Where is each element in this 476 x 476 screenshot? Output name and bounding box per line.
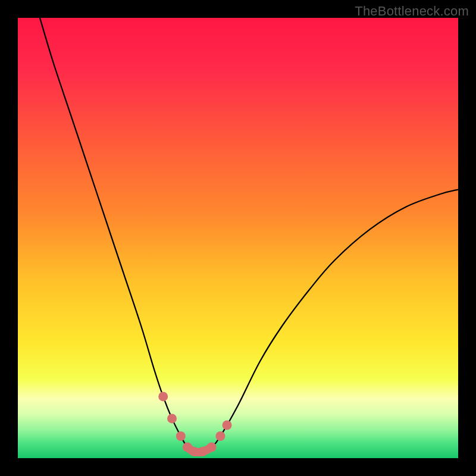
target-marker: [158, 392, 168, 401]
target-marker-group: [158, 392, 231, 456]
target-marker: [223, 421, 232, 430]
target-marker: [207, 443, 217, 452]
watermark-label: TheBottleneck.com: [355, 4, 469, 19]
target-marker: [198, 447, 208, 456]
bottleneck-curve: [40, 18, 458, 452]
target-marker: [167, 414, 177, 423]
target-marker: [189, 447, 199, 456]
chart-frame: TheBottleneck.com: [0, 0, 476, 476]
plot-area: [18, 18, 458, 458]
curve-layer: [18, 18, 458, 458]
target-marker: [176, 431, 186, 441]
target-marker: [215, 431, 225, 441]
